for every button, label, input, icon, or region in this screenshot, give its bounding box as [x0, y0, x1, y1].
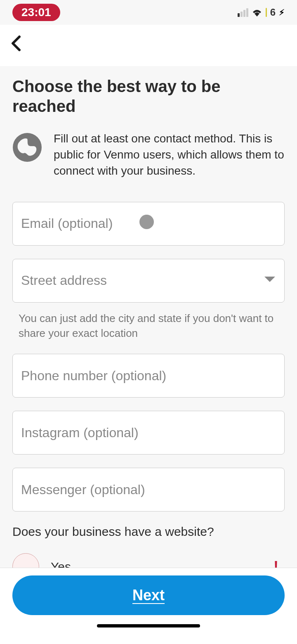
main-content: Choose the best way to be reached Fill o…	[0, 66, 297, 580]
status-bar: 23:01 6 ⚡︎	[0, 0, 297, 25]
website-question: Does your business have a website?	[12, 525, 285, 539]
page-title: Choose the best way to be reached	[12, 76, 285, 116]
info-row: Fill out at least one contact method. Th…	[12, 130, 285, 179]
phone-placeholder: Phone number (optional)	[21, 368, 166, 384]
charging-icon: ⚡︎	[279, 7, 285, 17]
globe-icon	[12, 133, 42, 164]
email-placeholder: Email (optional)	[21, 216, 113, 231]
info-text: Fill out at least one contact method. Th…	[54, 130, 285, 179]
messenger-placeholder: Messenger (optional)	[21, 482, 145, 497]
signal-icon	[238, 8, 248, 17]
email-field[interactable]: Email (optional)	[12, 202, 285, 246]
next-button[interactable]: Next	[12, 575, 285, 615]
instagram-field[interactable]: Instagram (optional)	[12, 411, 285, 455]
street-address-field[interactable]: Street address	[12, 259, 285, 303]
address-placeholder: Street address	[21, 273, 107, 288]
wifi-icon	[252, 8, 262, 17]
status-icons: 6 ⚡︎	[238, 7, 285, 18]
messenger-field[interactable]: Messenger (optional)	[12, 468, 285, 511]
instagram-placeholder: Instagram (optional)	[21, 425, 139, 440]
battery-divider	[266, 8, 267, 17]
phone-field[interactable]: Phone number (optional)	[12, 354, 285, 398]
status-time: 23:01	[12, 4, 60, 21]
cursor-indicator-icon	[139, 215, 154, 229]
home-indicator[interactable]	[97, 624, 200, 627]
address-helper-text: You can just add the city and state if y…	[12, 308, 285, 341]
nav-bar	[0, 25, 297, 66]
back-button[interactable]	[6, 31, 26, 60]
bottom-bar: Next	[0, 568, 297, 644]
chevron-down-icon	[264, 276, 276, 285]
battery-percent: 6	[270, 7, 276, 18]
